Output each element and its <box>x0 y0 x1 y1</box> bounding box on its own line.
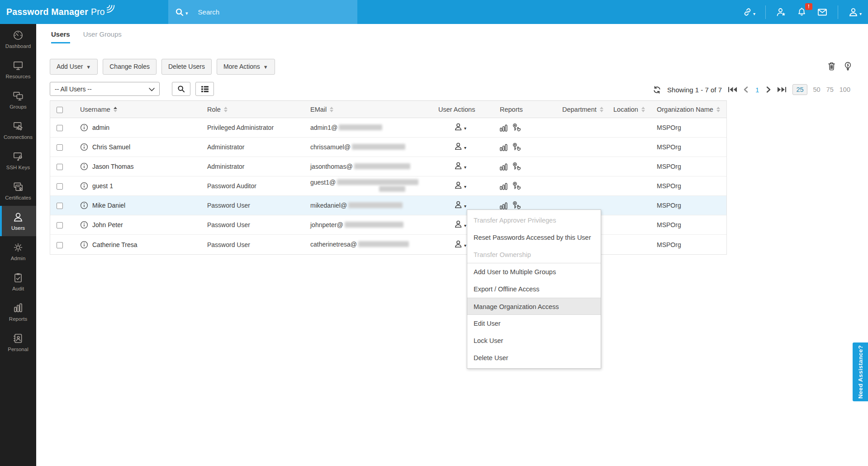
search-users-button[interactable] <box>172 82 190 96</box>
delete-users-button[interactable]: Delete Users <box>161 59 212 75</box>
column-header-role[interactable]: Role <box>207 106 309 113</box>
sidebar-item-dashboard[interactable]: Dashboard <box>0 24 36 54</box>
user-actions-dropdown[interactable]: ▾ <box>454 200 466 209</box>
table-row-chris-samuel[interactable]: Chris Samuel Administrator chrissamuel@ … <box>50 138 726 157</box>
sidebar-item-personal[interactable]: Personal <box>0 327 36 357</box>
row-checkbox[interactable] <box>57 183 63 190</box>
row-checkbox[interactable] <box>57 242 63 248</box>
global-search-input[interactable]: ▾ Search <box>168 0 357 24</box>
trash-icon[interactable] <box>827 61 836 71</box>
row-checkbox[interactable] <box>57 164 63 170</box>
sidebar-item-users[interactable]: Users <box>0 206 36 236</box>
profile-menu-icon[interactable]: ▾ <box>848 7 862 18</box>
menu-item-delete-user[interactable]: Delete User <box>467 349 601 366</box>
user-report-chart-icon[interactable] <box>499 162 508 171</box>
table-row-guest-1[interactable]: guest 1 Password Auditor guest1@ ▾ MSPOr… <box>50 176 726 196</box>
table-row-admin[interactable]: admin Privileged Administrator admin1@ ▾… <box>50 118 726 138</box>
password-access-report-icon[interactable] <box>511 142 522 152</box>
sidebar-item-connections[interactable]: Connections <box>0 115 36 145</box>
user-report-chart-icon[interactable] <box>499 201 508 210</box>
user-favorites-icon[interactable] <box>776 7 787 18</box>
sidebar-item-ssh-keys[interactable]: SSH Keys <box>0 145 36 176</box>
user-filter-select[interactable]: -- All Users -- <box>50 82 160 96</box>
help-bulb-icon[interactable] <box>843 61 853 71</box>
menu-item-lock-user[interactable]: Lock User <box>467 332 601 349</box>
table-row-mike-daniel[interactable]: Mike Daniel Password User mikedaniel@ ▾ … <box>50 196 726 215</box>
password-manager-pro-app: Password Manager Pro ▾ Search <box>0 0 868 466</box>
tab-users[interactable]: Users <box>51 30 70 43</box>
need-assistance-tab[interactable]: Need Assistance? <box>853 342 868 401</box>
add-user-button[interactable]: Add User▼ <box>50 59 98 75</box>
tab-user-groups[interactable]: User Groups <box>83 30 122 43</box>
row-checkbox[interactable] <box>57 222 63 228</box>
menu-item-manage-organization-access[interactable]: Manage Organization Access <box>467 298 601 315</box>
column-header-location[interactable]: Location <box>613 106 656 113</box>
sidebar-label: Admin <box>11 256 26 261</box>
user-report-chart-icon[interactable] <box>499 181 508 191</box>
sidebar-item-groups[interactable]: Groups <box>0 85 36 115</box>
password-access-report-icon[interactable] <box>511 181 522 191</box>
column-header-username[interactable]: Username <box>74 106 206 113</box>
user-actions-dropdown[interactable]: ▾ <box>454 219 466 229</box>
column-header-email[interactable]: EMail <box>310 106 437 113</box>
menu-item-edit-user[interactable]: Edit User <box>467 315 601 332</box>
sort-icon <box>716 107 720 112</box>
info-icon[interactable] <box>80 182 88 190</box>
sidebar-item-reports[interactable]: Reports <box>0 297 36 327</box>
page-size-100[interactable]: 100 <box>840 86 850 93</box>
table-row-jason-thomas[interactable]: Jason Thomas Administrator jasonthomas@ … <box>50 157 726 176</box>
sidebar-item-resources[interactable]: Resources <box>0 54 36 85</box>
user-actions-dropdown[interactable]: ▾ <box>454 239 466 249</box>
first-page-icon[interactable] <box>728 86 737 93</box>
page-size-50[interactable]: 50 <box>813 86 821 93</box>
info-icon[interactable] <box>80 241 88 249</box>
password-access-report-icon[interactable] <box>511 200 522 210</box>
user-actions-dropdown[interactable]: ▾ <box>454 161 466 171</box>
row-checkbox[interactable] <box>57 203 63 209</box>
info-icon[interactable] <box>80 162 88 171</box>
search-scope-caret-icon[interactable]: ▾ <box>185 10 188 16</box>
menu-item-add-user-to-multiple-groups[interactable]: Add User to Multiple Groups <box>467 263 601 281</box>
info-icon[interactable] <box>80 124 88 132</box>
password-access-report-icon[interactable] <box>511 123 522 133</box>
user-actions-dropdown[interactable]: ▾ <box>454 181 466 190</box>
row-checkbox[interactable] <box>57 144 63 151</box>
more-actions-button[interactable]: More Actions▼ <box>217 59 275 75</box>
user-actions-dropdown[interactable]: ▾ <box>454 122 466 132</box>
personal-icon <box>12 333 24 344</box>
table-row-catherine-tresa[interactable]: Catherine Tresa Password User catherinet… <box>50 235 726 254</box>
column-header-department[interactable]: Department <box>562 106 612 113</box>
page-number[interactable]: 1 <box>754 86 760 94</box>
redacted-email-domain <box>345 222 403 228</box>
quick-links-icon[interactable]: ▾ <box>742 7 755 17</box>
column-header-organization-name[interactable]: Organization Name <box>657 106 727 113</box>
page-size-75[interactable]: 75 <box>826 86 834 93</box>
info-icon[interactable] <box>80 201 88 209</box>
menu-item-export-offline-access[interactable]: Export / Offline Access <box>467 281 601 298</box>
change-roles-button[interactable]: Change Roles <box>103 59 157 75</box>
info-icon[interactable] <box>80 143 88 151</box>
user-report-chart-icon[interactable] <box>499 143 508 152</box>
next-page-icon[interactable] <box>766 86 771 93</box>
last-page-icon[interactable] <box>777 86 787 93</box>
table-row-john-peter[interactable]: John Peter Password User johnpeter@ ▾ MS… <box>50 215 726 235</box>
sidebar-item-audit[interactable]: Audit <box>0 266 36 297</box>
user-actions-dropdown[interactable]: ▾ <box>454 142 466 151</box>
sidebar-label: Groups <box>9 104 27 109</box>
user-report-chart-icon[interactable] <box>499 123 508 133</box>
column-chooser-button[interactable] <box>195 82 214 96</box>
password-access-report-icon[interactable] <box>511 162 522 171</box>
sidebar-item-admin[interactable]: Admin <box>0 236 36 266</box>
menu-item-reset-passwords[interactable]: Reset Passwords Accessed by this User <box>467 229 601 246</box>
sidebar-item-certificates[interactable]: Certificates <box>0 176 36 206</box>
admin-gear-icon <box>12 242 24 253</box>
row-checkbox[interactable] <box>57 125 63 131</box>
previous-page-icon[interactable] <box>743 86 748 93</box>
refresh-icon[interactable] <box>653 86 661 94</box>
info-icon[interactable] <box>80 221 88 229</box>
notifications-bell-icon[interactable]: ! <box>797 7 807 17</box>
select-all-checkbox[interactable] <box>57 107 63 113</box>
email-text: jasonthomas@ <box>309 163 437 170</box>
page-size-25[interactable]: 25 <box>792 84 807 95</box>
mail-icon[interactable] <box>817 7 828 18</box>
